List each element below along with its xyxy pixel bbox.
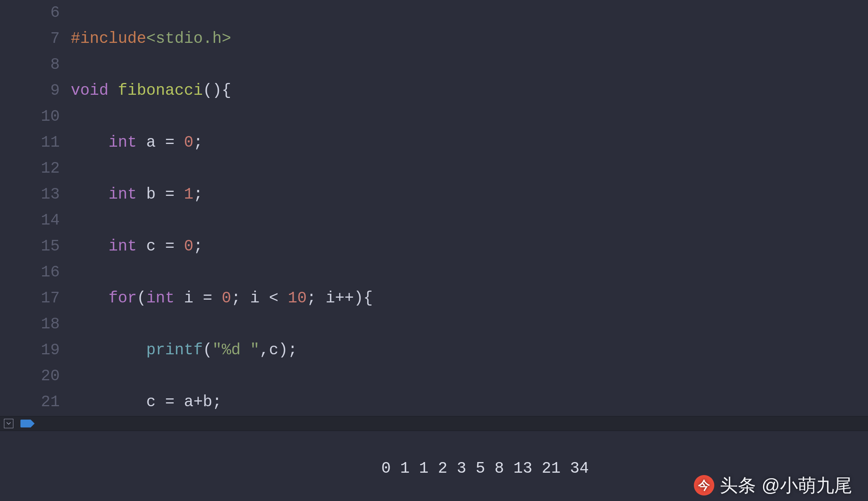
code-line[interactable]: int a = 0; bbox=[71, 130, 868, 156]
watermark-handle: @小萌九尾 bbox=[761, 474, 852, 496]
line-number: 21 bbox=[0, 389, 60, 415]
watermark-logo-icon: 今 bbox=[694, 475, 714, 495]
line-number: 18 bbox=[0, 311, 60, 337]
line-number: 20 bbox=[0, 363, 60, 389]
line-number: 6 bbox=[0, 0, 60, 26]
line-number: 17 bbox=[0, 285, 60, 311]
code-line[interactable]: int b = 1; bbox=[71, 182, 868, 208]
line-number: 7 bbox=[0, 26, 60, 52]
line-number: 12 bbox=[0, 156, 60, 182]
code-editor[interactable]: 6 7 8 9 10 11 12 13 14 15 16 17 18 19 20… bbox=[0, 0, 868, 416]
code-line[interactable]: int c = 0; bbox=[71, 234, 868, 260]
line-number: 19 bbox=[0, 337, 60, 363]
code-line[interactable]: printf("%d ",c); bbox=[71, 337, 868, 363]
debug-dropdown-icon[interactable] bbox=[4, 419, 13, 428]
breakpoint-tag-icon[interactable] bbox=[20, 420, 31, 427]
line-number: 8 bbox=[0, 52, 60, 78]
code-content[interactable]: #include<stdio.h> void fibonacci(){ int … bbox=[71, 0, 868, 416]
line-number: 11 bbox=[0, 130, 60, 156]
code-line[interactable]: c = a+b; bbox=[71, 389, 868, 415]
line-number: 9 bbox=[0, 78, 60, 104]
console-output[interactable]: 0 1 1 2 3 5 8 13 21 34 Program ended wit… bbox=[0, 431, 868, 501]
debug-bar bbox=[0, 416, 868, 431]
line-number-gutter: 6 7 8 9 10 11 12 13 14 15 16 17 18 19 20… bbox=[0, 0, 71, 416]
line-number: 14 bbox=[0, 208, 60, 234]
code-line[interactable]: void fibonacci(){ bbox=[71, 78, 868, 104]
watermark-brand: 头条 bbox=[720, 474, 756, 496]
line-number: 15 bbox=[0, 234, 60, 260]
watermark: 今 头条 @小萌九尾 bbox=[694, 474, 852, 496]
code-line[interactable]: #include<stdio.h> bbox=[71, 26, 868, 52]
code-line[interactable]: for(int i = 0; i < 10; i++){ bbox=[71, 285, 868, 311]
line-number: 10 bbox=[0, 104, 60, 130]
line-number: 13 bbox=[0, 182, 60, 208]
line-number: 16 bbox=[0, 260, 60, 285]
